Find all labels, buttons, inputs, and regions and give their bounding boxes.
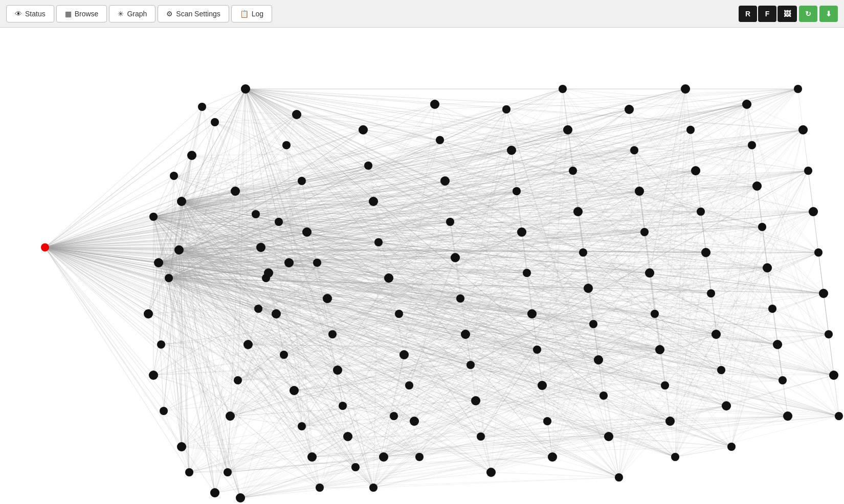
tab-log[interactable]: 📋 Log (231, 5, 272, 22)
eye-icon: 👁 (15, 10, 22, 18)
tab-scan-settings[interactable]: ⚙ Scan Settings (158, 5, 229, 22)
tab-status-label: Status (25, 10, 46, 18)
button-group-rfi: R F 🖼 (739, 6, 797, 22)
log-icon: 📋 (240, 10, 249, 18)
f-button[interactable]: F (758, 6, 776, 22)
tab-graph-label: Graph (127, 10, 147, 18)
settings-icon: ⚙ (166, 10, 173, 18)
refresh-button[interactable]: ↻ (799, 6, 817, 22)
tab-scan-settings-label: Scan Settings (176, 10, 220, 18)
navbar: 👁 Status ▦ Browse ✳ Graph ⚙ Scan Setting… (0, 0, 844, 28)
nav-right: R F 🖼 ↻ ⬇ (739, 6, 838, 22)
download-button[interactable]: ⬇ (819, 6, 838, 22)
tab-status[interactable]: 👁 Status (6, 5, 54, 22)
browse-icon: ▦ (65, 10, 72, 18)
tab-browse-label: Browse (75, 10, 99, 18)
tab-log-label: Log (252, 10, 263, 18)
tab-graph[interactable]: ✳ Graph (109, 5, 156, 22)
r-button[interactable]: R (739, 6, 757, 22)
graph-area[interactable] (0, 28, 844, 504)
graph-icon: ✳ (118, 10, 124, 18)
image-button[interactable]: 🖼 (778, 6, 797, 22)
graph-canvas[interactable] (0, 28, 844, 504)
nav-left: 👁 Status ▦ Browse ✳ Graph ⚙ Scan Setting… (6, 5, 272, 22)
tab-browse[interactable]: ▦ Browse (56, 5, 107, 22)
